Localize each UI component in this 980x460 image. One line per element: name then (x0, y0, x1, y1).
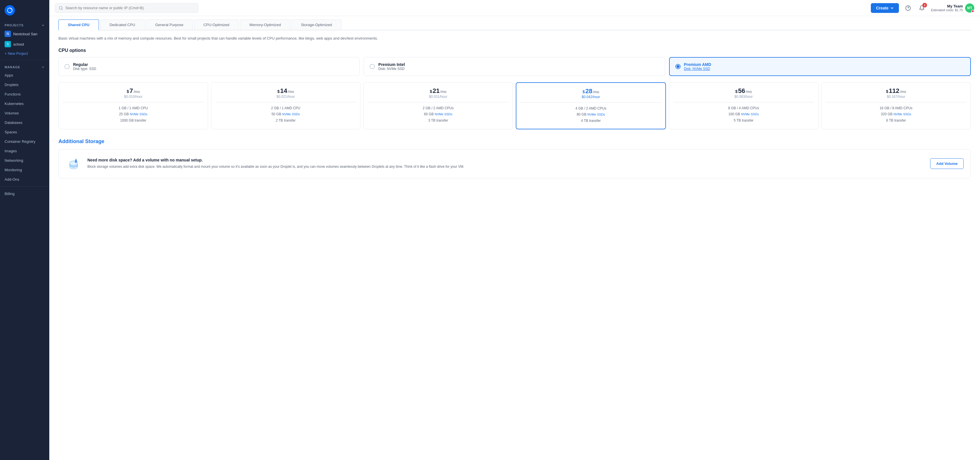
help-icon (905, 5, 911, 11)
cpu-options-group: Regular Disk type: SSD Premium Intel Dis… (59, 57, 971, 76)
new-project-button[interactable]: + New Project (0, 50, 49, 58)
price-card-28[interactable]: $28/mo $0.042/hour 4 GB / 2 AMD CPUs80 G… (516, 82, 666, 129)
svg-point-1 (59, 6, 62, 9)
cpu-option-regular[interactable]: Regular Disk type: SSD (59, 57, 360, 76)
price-divider-14 (215, 102, 356, 102)
storage-description: Block storage volumes add extra disk spa… (88, 164, 924, 169)
cpu-option-premium-intel[interactable]: Premium Intel Disk: NVMe SSD (364, 57, 665, 76)
add-volume-button[interactable]: Add Volume (930, 158, 964, 169)
sidebar: PROJECTS N Nextcloud San S school + New … (0, 0, 49, 460)
price-specs-7: 1 GB / 1 AMD CPU25 GB NVMe SSDs1000 GB t… (63, 105, 204, 124)
storage-icon (65, 156, 82, 172)
price-hour-14: $0.021/hour (215, 95, 356, 99)
manage-section-header: MANAGE (0, 62, 49, 70)
price-amount-28: $28/mo (520, 88, 661, 95)
sidebar-item-apps[interactable]: Apps (0, 70, 49, 80)
price-amount-14: $14/mo (215, 87, 356, 95)
sidebar-item-kubernetes[interactable]: Kubernetes (0, 99, 49, 109)
price-amount-7: $7/mo (63, 87, 204, 95)
price-divider-28 (520, 102, 661, 103)
radio-regular (64, 64, 70, 69)
sidebar-project-school[interactable]: S school (0, 39, 49, 50)
sidebar-item-add-ons[interactable]: Add-Ons (0, 175, 49, 184)
price-amount-21: $21/mo (368, 87, 509, 95)
price-card-7[interactable]: $7/mo $0.010/hour 1 GB / 1 AMD CPU25 GB … (59, 82, 208, 129)
additional-storage-title: Additional Storage (59, 139, 971, 145)
sidebar-item-functions[interactable]: Functions (0, 89, 49, 99)
price-card-21[interactable]: $21/mo $0.031/hour 2 GB / 2 AMD CPUs60 G… (363, 82, 513, 129)
help-button[interactable] (904, 3, 913, 13)
sidebar-item-volumes[interactable]: Volumes (0, 109, 49, 118)
price-hour-21: $0.031/hour (368, 95, 509, 99)
cpu-option-premium-amd[interactable]: Premium AMD Disk: NVMe SSD (669, 57, 971, 76)
content-area: Shared CPU Dedicated CPU General Purpose… (49, 16, 980, 460)
storage-illustration (66, 156, 81, 171)
project-icon-school: S (5, 41, 11, 47)
main-area: Create 3 My Team Estimated costs: $1.75 … (49, 0, 980, 460)
sidebar-item-databases[interactable]: Databases (0, 118, 49, 127)
price-specs-28: 4 GB / 2 AMD CPUs80 GB NVMe SSDs4 TB tra… (520, 105, 661, 124)
price-hour-28: $0.042/hour (520, 95, 661, 99)
user-cost: Estimated costs: $1.75 (931, 8, 963, 12)
pricing-grid: $7/mo $0.010/hour 1 GB / 1 AMD CPU25 GB … (59, 82, 971, 129)
price-hour-56: $0.083/hour (673, 95, 814, 99)
sidebar-item-spaces[interactable]: Spaces (0, 127, 49, 137)
chevron-down-icon (890, 6, 894, 10)
tab-shared-cpu[interactable]: Shared CPU (59, 19, 99, 30)
price-specs-56: 8 GB / 4 AMD CPUs160 GB NVMe SSDs5 TB tr… (673, 105, 814, 124)
radio-premium-intel (370, 64, 375, 69)
price-specs-14: 2 GB / 1 AMD CPU50 GB NVMe SSDs2 TB tran… (215, 105, 356, 124)
sidebar-divider-1 (0, 60, 49, 60)
price-divider-56 (673, 102, 814, 102)
logo-icon (5, 5, 15, 16)
plan-tabs: Shared CPU Dedicated CPU General Purpose… (59, 16, 971, 30)
search-box[interactable] (55, 3, 198, 13)
price-card-14[interactable]: $14/mo $0.021/hour 2 GB / 1 AMD CPU50 GB… (211, 82, 361, 129)
price-divider-112 (826, 102, 967, 102)
price-card-112[interactable]: $112/mo $0.167/hour 16 GB / 8 AMD CPUs32… (821, 82, 971, 129)
tab-connector (343, 19, 971, 30)
cpu-options-title: CPU options (59, 48, 971, 53)
avatar-status-dot (971, 10, 974, 13)
search-input[interactable] (65, 6, 194, 10)
cpu-info-regular: Regular Disk type: SSD (73, 62, 96, 71)
price-hour-112: $0.167/hour (826, 95, 967, 99)
storage-box: Need more disk space? Add a volume with … (59, 149, 971, 178)
logo-area (0, 0, 49, 21)
topbar-right: Create 3 My Team Estimated costs: $1.75 … (871, 3, 974, 13)
sidebar-item-networking[interactable]: Networking (0, 156, 49, 165)
price-amount-112: $112/mo (826, 87, 967, 95)
tab-storage-optimized[interactable]: Storage-Optimized (291, 19, 341, 30)
tab-general-purpose[interactable]: General Purpose (146, 19, 193, 30)
price-specs-21: 2 GB / 2 AMD CPUs60 GB NVMe SSDs3 TB tra… (368, 105, 509, 124)
sidebar-item-billing[interactable]: Billing (0, 189, 49, 198)
notification-count: 3 (923, 3, 927, 8)
project-icon-nextcloud: N (5, 31, 11, 37)
search-icon (59, 6, 63, 10)
avatar: MT (965, 3, 974, 13)
create-button[interactable]: Create (871, 3, 899, 13)
plan-description: Basic virtual machines with a mix of mem… (59, 35, 971, 42)
price-amount-56: $56/mo (673, 87, 814, 95)
topbar: Create 3 My Team Estimated costs: $1.75 … (49, 0, 980, 16)
storage-text: Need more disk space? Add a volume with … (88, 158, 924, 169)
radio-premium-amd (675, 64, 681, 69)
price-card-56[interactable]: $56/mo $0.083/hour 8 GB / 4 AMD CPUs160 … (669, 82, 818, 129)
price-hour-7: $0.010/hour (63, 95, 204, 99)
price-specs-112: 16 GB / 8 AMD CPUs320 GB NVMe SSDs6 TB t… (826, 105, 967, 124)
tab-dedicated-cpu[interactable]: Dedicated CPU (100, 19, 145, 30)
tab-cpu-optimized[interactable]: CPU-Optimized (194, 19, 239, 30)
sidebar-item-droplets[interactable]: Droplets (0, 80, 49, 89)
user-name: My Team (931, 4, 963, 8)
price-divider-21 (368, 102, 509, 102)
sidebar-item-monitoring[interactable]: Monitoring (0, 165, 49, 175)
sidebar-item-container-registry[interactable]: Container Registry (0, 137, 49, 146)
sidebar-item-images[interactable]: Images (0, 146, 49, 156)
user-info[interactable]: My Team Estimated costs: $1.75 MT (931, 3, 974, 13)
user-text: My Team Estimated costs: $1.75 (931, 4, 963, 12)
notifications-button[interactable]: 3 (917, 3, 926, 13)
price-divider-7 (63, 102, 204, 102)
cpu-info-premium-intel: Premium Intel Disk: NVMe SSD (378, 62, 405, 71)
tab-memory-optimized[interactable]: Memory-Optimized (240, 19, 290, 30)
sidebar-project-nextcloud[interactable]: N Nextcloud San (0, 29, 49, 39)
